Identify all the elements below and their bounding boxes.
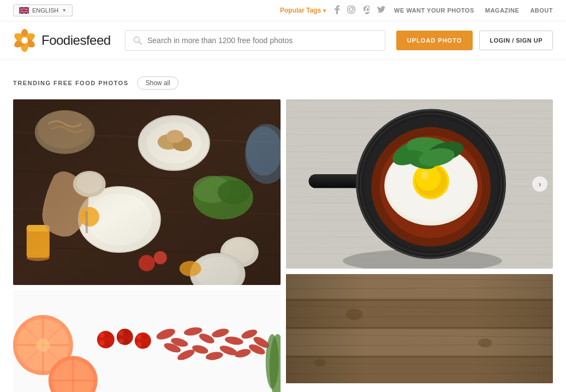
svg-point-64 bbox=[105, 341, 110, 347]
logo-icon bbox=[13, 29, 36, 52]
photo-item-wood[interactable] bbox=[286, 274, 553, 383]
svg-point-70 bbox=[124, 340, 129, 345]
search-bar[interactable] bbox=[125, 30, 385, 51]
svg-point-54 bbox=[37, 338, 50, 352]
right-col: › bbox=[286, 99, 553, 392]
upload-photo-button[interactable]: UPLOAD PHOTO bbox=[396, 31, 473, 50]
svg-point-60 bbox=[99, 332, 105, 338]
svg-point-74 bbox=[145, 339, 150, 344]
section-title: TRENDING FREE FOOD PHOTOS bbox=[13, 80, 128, 86]
facebook-icon[interactable] bbox=[335, 5, 339, 16]
flag-icon bbox=[19, 7, 29, 14]
popular-tags-label: Popular Tags bbox=[280, 7, 321, 14]
svg-point-10 bbox=[21, 37, 28, 44]
instagram-icon[interactable] bbox=[347, 5, 355, 15]
svg-point-68 bbox=[127, 335, 132, 340]
twitter-icon[interactable] bbox=[377, 6, 385, 15]
nav-link-we-want[interactable]: WE WANT YOUR PHOTOS bbox=[394, 7, 474, 14]
svg-rect-137 bbox=[286, 274, 553, 383]
photo-item-berries[interactable] bbox=[13, 290, 281, 392]
svg-point-69 bbox=[118, 339, 123, 344]
svg-point-66 bbox=[118, 331, 123, 336]
social-icons bbox=[335, 5, 385, 16]
popular-tags-chevron: ▾ bbox=[323, 8, 326, 14]
svg-rect-1 bbox=[348, 6, 355, 13]
search-icon bbox=[133, 36, 142, 45]
pinterest-icon[interactable] bbox=[363, 5, 370, 16]
svg-point-76 bbox=[142, 343, 147, 348]
nav-links: WE WANT YOUR PHOTOS MAGAZINE ABOUT bbox=[394, 7, 553, 14]
svg-point-73 bbox=[142, 335, 147, 340]
logo-text: Foodiesfeed bbox=[41, 33, 111, 48]
next-photo-arrow[interactable]: › bbox=[532, 176, 547, 192]
popular-tags[interactable]: Popular Tags ▾ bbox=[280, 7, 326, 14]
login-signup-button[interactable]: LOGIN / SIGN UP bbox=[479, 31, 553, 50]
lang-label: ENGLISH bbox=[32, 7, 58, 14]
site-header: Foodiesfeed UPLOAD PHOTO LOGIN / SIGN UP bbox=[0, 21, 566, 60]
main-content: TRENDING FREE FOOD PHOTOS Show all bbox=[0, 76, 566, 392]
lang-selector[interactable]: ENGLISH ▼ bbox=[13, 4, 73, 16]
svg-point-113 bbox=[420, 171, 428, 180]
show-all-button[interactable]: Show all bbox=[137, 76, 178, 90]
section-header: TRENDING FREE FOOD PHOTOS Show all bbox=[13, 76, 553, 90]
photo-item-egg-pan[interactable]: › bbox=[286, 99, 553, 269]
left-col bbox=[13, 99, 281, 392]
svg-rect-46 bbox=[13, 99, 281, 285]
nav-link-about[interactable]: ABOUT bbox=[530, 7, 553, 14]
svg-point-2 bbox=[349, 8, 353, 11]
nav-link-magazine[interactable]: MAGAZINE bbox=[485, 7, 520, 14]
search-input[interactable] bbox=[147, 36, 377, 45]
svg-point-93 bbox=[266, 334, 279, 389]
lang-chevron: ▼ bbox=[62, 8, 67, 13]
svg-point-67 bbox=[124, 331, 129, 336]
svg-point-112 bbox=[415, 166, 440, 191]
svg-line-12 bbox=[139, 42, 142, 45]
svg-point-72 bbox=[136, 335, 141, 340]
photo-item-food-table[interactable] bbox=[13, 99, 281, 285]
svg-point-63 bbox=[99, 340, 105, 346]
photo-grid: › bbox=[13, 99, 553, 392]
top-nav: ENGLISH ▼ Popular Tags ▾ WE WANT YOUR PH… bbox=[0, 0, 566, 21]
svg-point-3 bbox=[353, 7, 354, 8]
svg-point-75 bbox=[136, 342, 141, 347]
header-buttons: UPLOAD PHOTO LOGIN / SIGN UP bbox=[396, 31, 553, 50]
logo-area[interactable]: Foodiesfeed bbox=[13, 29, 114, 52]
